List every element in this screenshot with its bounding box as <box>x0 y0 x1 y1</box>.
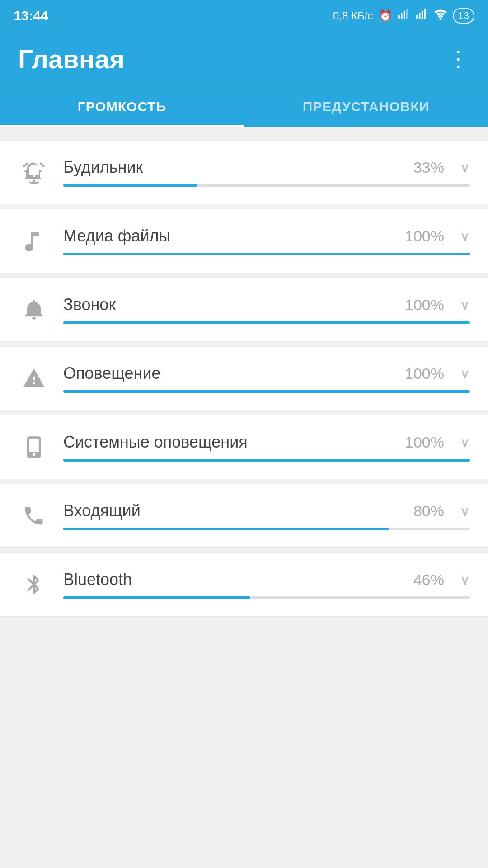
volume-item-system[interactable]: Системные оповещения 100% ∨ <box>0 415 488 479</box>
system-percent: 100% <box>405 434 444 451</box>
tabs-container: ГРОМКОСТЬ ПРЕДУСТАНОВКИ <box>0 86 488 127</box>
incoming-right: 80% ∨ <box>413 502 470 520</box>
alarm-chevron[interactable]: ∨ <box>460 160 470 175</box>
status-icons: 0,8 КБ/с ⏰ 13 <box>333 8 474 24</box>
svg-rect-1 <box>401 13 403 19</box>
ringtone-fill <box>63 321 470 324</box>
volume-item-media[interactable]: Медиа файлы 100% ∨ <box>0 209 488 273</box>
media-chevron[interactable]: ∨ <box>460 228 470 244</box>
alarm-status-icon: ⏰ <box>379 9 392 22</box>
volume-item-incoming[interactable]: Входящий 80% ∨ <box>0 484 488 548</box>
volume-content: Будильник 33% ∨ Медиа файлы 100% ∨ <box>0 127 488 630</box>
call-icon <box>18 500 50 532</box>
svg-rect-6 <box>421 11 423 19</box>
svg-point-9 <box>33 179 36 183</box>
music-icon <box>18 225 50 257</box>
incoming-content: Входящий 80% ∨ <box>63 501 470 530</box>
ringtone-percent: 100% <box>405 296 444 314</box>
wifi-icon <box>434 8 447 24</box>
ringtone-right: 100% ∨ <box>405 296 470 314</box>
battery-badge: 13 <box>453 8 474 24</box>
svg-rect-2 <box>403 11 405 19</box>
notification-percent: 100% <box>405 365 444 382</box>
system-chevron[interactable]: ∨ <box>460 434 470 450</box>
bluetooth-icon <box>18 569 50 600</box>
incoming-fill <box>63 528 389 530</box>
notification-right: 100% ∨ <box>405 365 470 382</box>
svg-rect-5 <box>419 13 421 19</box>
signal2-icon <box>416 8 428 24</box>
notification-fill <box>63 390 470 393</box>
notification-content: Оповещение 100% ∨ <box>63 364 470 393</box>
volume-item-bluetooth[interactable]: Bluetooth 46% ∨ <box>0 552 488 617</box>
signal-icon <box>398 8 410 24</box>
system-fill <box>63 459 470 462</box>
bluetooth-content: Bluetooth 46% ∨ <box>63 570 470 599</box>
ringtone-chevron[interactable]: ∨ <box>460 297 470 313</box>
ringtone-label: Звонок <box>63 295 116 314</box>
incoming-track[interactable] <box>63 528 470 530</box>
bluetooth-fill <box>63 596 250 599</box>
media-fill <box>63 253 470 255</box>
bell-icon <box>18 294 50 326</box>
ringtone-content: Звонок 100% ∨ <box>63 295 470 324</box>
notification-label: Оповещение <box>63 364 161 383</box>
app-title: Главная <box>18 44 125 74</box>
bluetooth-right: 46% ∨ <box>413 571 470 589</box>
alarm-content: Будильник 33% ∨ <box>63 158 470 187</box>
warning-icon <box>18 363 50 394</box>
media-label: Медиа файлы <box>63 226 170 245</box>
media-percent: 100% <box>405 227 444 245</box>
volume-item-ringtone[interactable]: Звонок 100% ∨ <box>0 278 488 342</box>
bluetooth-percent: 46% <box>413 571 444 589</box>
alarm-track[interactable] <box>63 184 470 187</box>
incoming-label: Входящий <box>63 501 141 520</box>
bluetooth-label: Bluetooth <box>63 570 132 589</box>
phone-device-icon <box>18 431 50 463</box>
system-content: Системные оповещения 100% ∨ <box>63 433 470 462</box>
media-track[interactable] <box>63 253 470 255</box>
alarm-fill <box>63 184 197 187</box>
status-bar: 13:44 0,8 КБ/с ⏰ 13 <box>0 0 488 32</box>
svg-point-8 <box>439 18 441 20</box>
ringtone-track[interactable] <box>63 321 470 324</box>
network-speed-text: 0,8 КБ/с <box>333 9 373 22</box>
notification-chevron[interactable]: ∨ <box>460 366 470 382</box>
media-content: Медиа файлы 100% ∨ <box>63 226 470 255</box>
app-bar: Главная ⋮ <box>0 32 488 86</box>
alarm-label: Будильник <box>63 158 143 177</box>
bluetooth-chevron[interactable]: ∨ <box>460 572 470 588</box>
tab-volume[interactable]: ГРОМКОСТЬ <box>0 86 244 127</box>
svg-rect-0 <box>398 15 400 19</box>
more-menu-button[interactable]: ⋮ <box>447 46 470 71</box>
system-track[interactable] <box>63 459 470 462</box>
tab-presets[interactable]: ПРЕДУСТАНОВКИ <box>244 86 488 127</box>
system-right: 100% ∨ <box>405 434 470 451</box>
alarm-icon <box>18 156 50 188</box>
volume-item-alarm[interactable]: Будильник 33% ∨ <box>0 140 488 204</box>
notification-track[interactable] <box>63 390 470 393</box>
volume-item-notification[interactable]: Оповещение 100% ∨ <box>0 346 488 410</box>
system-label: Системные оповещения <box>63 433 248 452</box>
svg-rect-3 <box>406 9 408 19</box>
alarm-right: 33% ∨ <box>413 159 470 176</box>
status-time: 13:44 <box>14 8 48 24</box>
svg-rect-4 <box>416 15 418 19</box>
alarm-percent: 33% <box>413 159 444 176</box>
incoming-chevron[interactable]: ∨ <box>460 503 470 519</box>
svg-rect-7 <box>424 9 426 19</box>
incoming-percent: 80% <box>413 502 444 520</box>
bluetooth-track[interactable] <box>63 596 470 599</box>
media-right: 100% ∨ <box>405 227 470 245</box>
